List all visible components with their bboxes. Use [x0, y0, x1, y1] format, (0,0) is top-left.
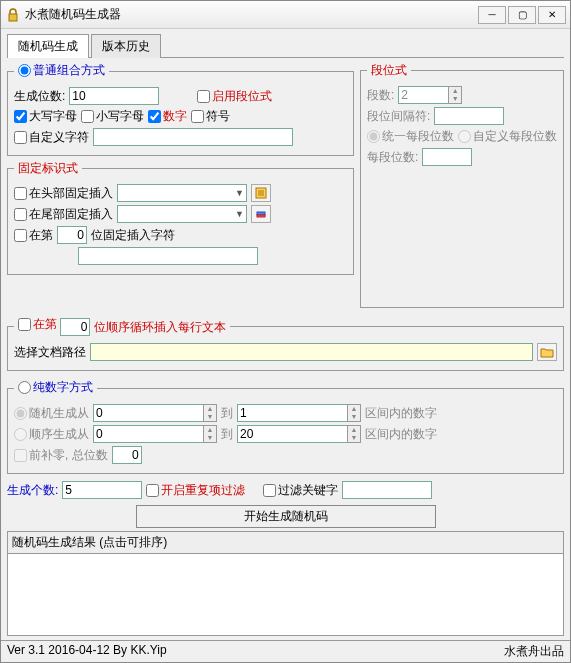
head-combo[interactable]: ▼	[117, 184, 247, 202]
lower-label: 小写字母	[96, 108, 144, 125]
window-title: 水煮随机码生成器	[25, 6, 478, 23]
status-left: Ver 3.1 2016-04-12 By KK.Yip	[7, 643, 167, 660]
atpos-input[interactable]	[57, 226, 87, 244]
spin-down-icon[interactable]: ▼	[449, 95, 461, 103]
seq-radio[interactable]	[14, 428, 27, 441]
seg-custom-radio[interactable]	[458, 130, 471, 143]
loop-legend: 在第 位顺序循环插入每行文本	[14, 316, 230, 336]
spin-down-icon[interactable]: ▼	[204, 434, 216, 442]
seg-each-input[interactable]	[422, 148, 472, 166]
gen-digits-input[interactable]	[69, 87, 159, 105]
loop-path-input[interactable]	[90, 343, 533, 361]
tab-history[interactable]: 版本历史	[91, 34, 161, 58]
common-group: 普通组合方式 生成位数: 启用段位式 大写字母 小写字母 数字 符号	[7, 62, 354, 156]
tail-delete-button[interactable]	[251, 205, 271, 223]
head-checkbox[interactable]	[14, 187, 27, 200]
rand-b-input[interactable]	[237, 404, 347, 422]
seg-unified-label: 统一每段位数	[382, 128, 454, 145]
tail-combo[interactable]: ▼	[117, 205, 247, 223]
enable-seg-label: 启用段位式	[212, 88, 272, 105]
seg-unified-radio[interactable]	[367, 130, 380, 143]
filter-label: 过滤关键字	[278, 482, 338, 499]
loop-checkbox[interactable]	[18, 318, 31, 331]
seq-a-input[interactable]	[93, 425, 203, 443]
enable-seg-checkbox[interactable]	[197, 90, 210, 103]
upper-label: 大写字母	[29, 108, 77, 125]
window-buttons: ─ ▢ ✕	[478, 6, 566, 24]
number-checkbox[interactable]	[148, 110, 161, 123]
spin-down-icon[interactable]: ▼	[204, 413, 216, 421]
gen-count-input[interactable]	[62, 481, 142, 499]
spin-up-icon[interactable]: ▲	[204, 426, 216, 434]
folder-icon	[540, 346, 554, 358]
tail-checkbox[interactable]	[14, 208, 27, 221]
loop-pos-input[interactable]	[60, 318, 90, 336]
generate-row: 生成个数: 开启重复项过滤 过滤关键字	[7, 481, 564, 499]
fixed-group: 固定标识式 在头部固定插入 ▼ 在尾部固定插入 ▼ 在第 位固定插入	[7, 160, 354, 275]
svg-rect-0	[9, 14, 17, 21]
range-suffix-2: 区间内的数字	[365, 426, 437, 443]
rand-radio[interactable]	[14, 407, 27, 420]
to-label-2: 到	[221, 426, 233, 443]
head-list-button[interactable]	[251, 184, 271, 202]
pad-input[interactable]	[112, 446, 142, 464]
upper-checkbox[interactable]	[14, 110, 27, 123]
spin-up-icon[interactable]: ▲	[204, 405, 216, 413]
mode-numeric-radio[interactable]	[18, 381, 31, 394]
range-suffix-1: 区间内的数字	[365, 405, 437, 422]
head-label: 在头部固定插入	[29, 185, 113, 202]
atpos-text-input[interactable]	[78, 247, 258, 265]
spin-up-icon[interactable]: ▲	[449, 87, 461, 95]
minimize-button[interactable]: ─	[478, 6, 506, 24]
symbol-label: 符号	[206, 108, 230, 125]
results-header[interactable]: 随机码生成结果 (点击可排序)	[7, 531, 564, 554]
custom-input[interactable]	[93, 128, 293, 146]
rand-label: 随机生成从	[29, 405, 89, 422]
spin-up-icon[interactable]: ▲	[348, 426, 360, 434]
chevron-down-icon: ▼	[235, 209, 244, 219]
close-button[interactable]: ✕	[538, 6, 566, 24]
symbol-checkbox[interactable]	[191, 110, 204, 123]
pad-label: 前补零, 总位数	[29, 447, 108, 464]
spin-down-icon[interactable]: ▼	[348, 434, 360, 442]
numeric-group: 纯数字方式 随机生成从 ▲▼ 到 ▲▼ 区间内的数字 顺序生成从 ▲▼ 到 ▲▼…	[7, 379, 564, 474]
seg-sep-input[interactable]	[434, 107, 504, 125]
spin-down-icon[interactable]: ▼	[348, 413, 360, 421]
results-body[interactable]	[7, 554, 564, 636]
status-right: 水煮舟出品	[504, 643, 564, 660]
top-columns: 普通组合方式 生成位数: 启用段位式 大写字母 小写字母 数字 符号	[7, 58, 564, 312]
titlebar: 水煮随机码生成器 ─ ▢ ✕	[1, 1, 570, 29]
maximize-button[interactable]: ▢	[508, 6, 536, 24]
tab-random[interactable]: 随机码生成	[7, 34, 89, 58]
custom-label: 自定义字符	[29, 129, 89, 146]
filter-input[interactable]	[342, 481, 432, 499]
common-legend: 普通组合方式	[14, 62, 109, 80]
gen-count-label: 生成个数:	[7, 482, 58, 499]
atpos-prefix: 在第	[29, 227, 53, 244]
mode-common-radio[interactable]	[18, 64, 31, 77]
custom-checkbox[interactable]	[14, 131, 27, 144]
pad-checkbox[interactable]	[14, 449, 27, 462]
seg-count-input[interactable]	[398, 86, 448, 104]
dedup-checkbox[interactable]	[146, 484, 159, 497]
left-column: 普通组合方式 生成位数: 启用段位式 大写字母 小写字母 数字 符号	[7, 58, 354, 312]
window: 水煮随机码生成器 ─ ▢ ✕ 随机码生成 版本历史 普通组合方式 生成位数: 启…	[0, 0, 571, 663]
filter-checkbox[interactable]	[263, 484, 276, 497]
rand-a-input[interactable]	[93, 404, 203, 422]
start-button[interactable]: 开始生成随机码	[136, 505, 436, 528]
lower-checkbox[interactable]	[81, 110, 94, 123]
loop-prefix: 在第	[33, 316, 57, 333]
dedup-label: 开启重复项过滤	[161, 482, 245, 499]
statusbar: Ver 3.1 2016-04-12 By KK.Yip 水煮舟出品	[1, 640, 570, 662]
atpos-checkbox[interactable]	[14, 229, 27, 242]
seq-b-input[interactable]	[237, 425, 347, 443]
to-label-1: 到	[221, 405, 233, 422]
browse-button[interactable]	[537, 343, 557, 361]
common-legend-text: 普通组合方式	[33, 62, 105, 79]
spin-up-icon[interactable]: ▲	[348, 405, 360, 413]
numeric-legend: 纯数字方式	[14, 379, 97, 397]
seg-count-spinner[interactable]: ▲▼	[398, 86, 462, 104]
loop-group: 在第 位顺序循环插入每行文本 选择文档路径	[7, 316, 564, 371]
atpos-suffix: 位固定插入字符	[91, 227, 175, 244]
numeric-legend-text: 纯数字方式	[33, 379, 93, 396]
